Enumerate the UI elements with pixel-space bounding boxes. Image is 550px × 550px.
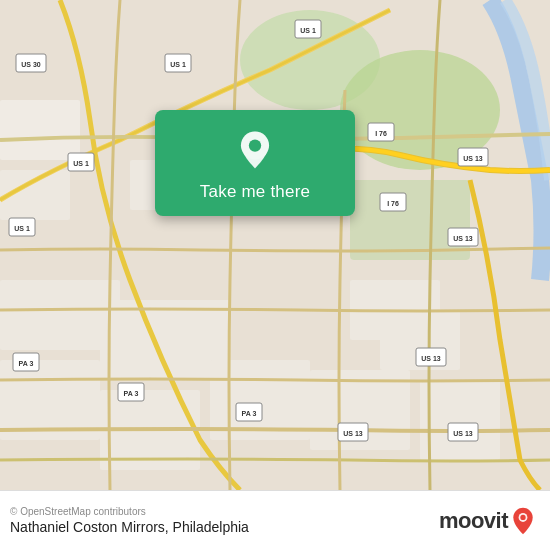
- svg-point-49: [520, 514, 525, 519]
- svg-text:I 76: I 76: [387, 200, 399, 207]
- svg-text:US 1: US 1: [14, 225, 30, 232]
- attribution-text: © OpenStreetMap contributors: [10, 506, 249, 517]
- svg-text:US 13: US 13: [453, 235, 473, 242]
- svg-rect-13: [420, 380, 500, 460]
- location-name: Nathaniel Coston Mirrors, Philadelphia: [10, 519, 249, 535]
- svg-text:US 1: US 1: [73, 160, 89, 167]
- svg-text:US 13: US 13: [453, 430, 473, 437]
- svg-text:PA 3: PA 3: [19, 360, 34, 367]
- take-me-there-label: Take me there: [200, 182, 310, 202]
- svg-text:US 1: US 1: [170, 61, 186, 68]
- svg-text:US 13: US 13: [463, 155, 483, 162]
- svg-text:US 30: US 30: [21, 61, 41, 68]
- svg-rect-3: [350, 180, 470, 260]
- svg-rect-4: [0, 100, 80, 160]
- svg-text:PA 3: PA 3: [242, 410, 257, 417]
- svg-text:I 76: I 76: [375, 130, 387, 137]
- svg-text:US 13: US 13: [421, 355, 441, 362]
- take-me-there-card[interactable]: Take me there: [155, 110, 355, 216]
- moovit-logo: moovit: [439, 506, 536, 536]
- moovit-pin-icon: [510, 506, 536, 536]
- svg-text:PA 3: PA 3: [124, 390, 139, 397]
- bottom-bar: © OpenStreetMap contributors Nathaniel C…: [0, 490, 550, 550]
- svg-text:US 1: US 1: [300, 27, 316, 34]
- moovit-text: moovit: [439, 508, 508, 534]
- location-pin-icon: [233, 128, 277, 172]
- svg-text:US 13: US 13: [343, 430, 363, 437]
- svg-point-47: [249, 139, 261, 151]
- map-container: US 30 US 1 US 1 US 1 US 1 I 76 I 76 US 1…: [0, 0, 550, 490]
- location-info: © OpenStreetMap contributors Nathaniel C…: [10, 506, 249, 535]
